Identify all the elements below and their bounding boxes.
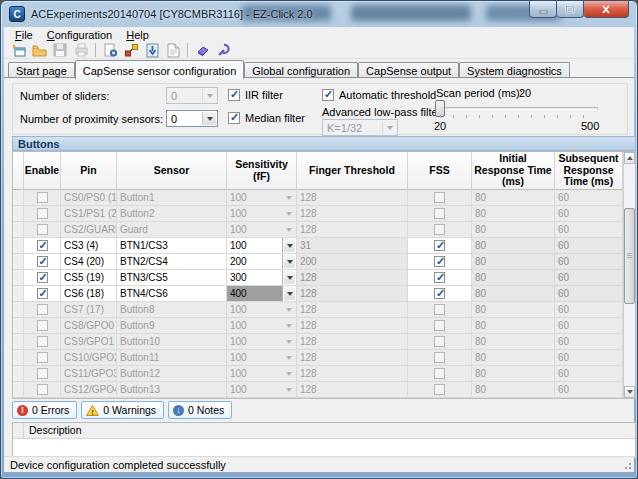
fss-checkbox[interactable] xyxy=(434,224,445,235)
enable-cell[interactable] xyxy=(24,366,61,382)
fss-checkbox[interactable] xyxy=(434,336,445,347)
advanced-low-pass-filter-select[interactable]: K=1/32 xyxy=(322,119,398,136)
sensor-cell[interactable]: Button1 xyxy=(117,190,227,206)
enable-checkbox[interactable] xyxy=(37,320,48,331)
column-header-initial-response-time[interactable]: Initial Response Time (ms) xyxy=(472,152,555,190)
column-header-fss[interactable]: FSS xyxy=(408,152,472,190)
enable-checkbox[interactable] xyxy=(37,208,48,219)
toolbar-open-project-button[interactable] xyxy=(30,42,48,59)
enable-cell[interactable] xyxy=(24,222,61,238)
enable-cell[interactable] xyxy=(24,190,61,206)
toolbar-device-configuration-button[interactable] xyxy=(101,42,119,59)
fss-cell[interactable] xyxy=(408,334,472,350)
chevron-down-icon[interactable] xyxy=(282,318,296,333)
row-gutter[interactable] xyxy=(13,254,24,270)
column-header-finger-threshold[interactable]: Finger Threshold xyxy=(297,152,408,190)
fss-cell[interactable] xyxy=(408,350,472,366)
sensor-cell[interactable]: BTN2/CS4 xyxy=(117,254,227,270)
sensor-cell[interactable]: BTN4/CS6 xyxy=(117,286,227,302)
column-header-pin[interactable]: Pin xyxy=(61,152,117,190)
fss-checkbox[interactable] xyxy=(434,368,445,379)
fss-cell[interactable] xyxy=(408,254,472,270)
sensitivity-cell[interactable]: 100 xyxy=(227,350,297,366)
row-gutter[interactable] xyxy=(13,190,24,206)
menu-item[interactable]: Configuration xyxy=(40,28,119,42)
fss-checkbox[interactable] xyxy=(434,352,445,363)
fss-checkbox[interactable] xyxy=(434,272,445,283)
column-header-subsequent-response-time[interactable]: Subsequent Response Time (ms) xyxy=(555,152,623,190)
notes-filter-button[interactable]: ↓ 0 Notes xyxy=(168,401,232,419)
row-gutter[interactable] xyxy=(13,366,24,382)
toolbar-save-project-button[interactable] xyxy=(51,42,69,59)
fss-cell[interactable] xyxy=(408,270,472,286)
row-gutter[interactable] xyxy=(13,238,24,254)
enable-checkbox[interactable] xyxy=(37,272,48,283)
chevron-down-icon[interactable] xyxy=(282,350,296,365)
warnings-filter-button[interactable]: ! 0 Warnings xyxy=(81,401,164,419)
row-gutter[interactable] xyxy=(13,334,24,350)
chevron-down-icon[interactable] xyxy=(282,190,296,205)
chevron-down-icon[interactable] xyxy=(282,270,296,285)
chevron-down-icon[interactable] xyxy=(282,382,296,397)
enable-cell[interactable] xyxy=(24,382,61,398)
column-header-sensor[interactable]: Sensor xyxy=(117,152,227,190)
chevron-down-icon[interactable] xyxy=(282,206,296,221)
minimize-button[interactable] xyxy=(529,1,557,18)
enable-checkbox[interactable] xyxy=(37,384,48,395)
enable-checkbox[interactable] xyxy=(37,304,48,315)
number-of-sliders-select[interactable]: 0 xyxy=(166,87,218,104)
sensitivity-cell[interactable]: 100 xyxy=(227,366,297,382)
toolbar-tools-button[interactable] xyxy=(214,42,232,59)
column-header-sensitivity[interactable]: Sensitivity (fF) xyxy=(227,152,297,190)
sensitivity-cell[interactable]: 100 xyxy=(227,334,297,350)
chevron-down-icon[interactable] xyxy=(282,366,296,381)
sensitivity-cell[interactable]: 100 xyxy=(227,382,297,398)
menu-item[interactable]: Help xyxy=(119,28,156,42)
iir-filter-checkbox[interactable]: IIR filter xyxy=(228,89,283,101)
chevron-down-icon[interactable] xyxy=(282,302,296,317)
row-gutter[interactable] xyxy=(13,222,24,238)
row-gutter[interactable] xyxy=(13,302,24,318)
tab[interactable]: Start page xyxy=(8,62,75,78)
toolbar-import-configuration-button[interactable] xyxy=(143,42,161,59)
sensitivity-cell[interactable]: 100 xyxy=(227,222,297,238)
fss-cell[interactable] xyxy=(408,190,472,206)
fss-checkbox[interactable] xyxy=(434,384,445,395)
enable-cell[interactable] xyxy=(24,334,61,350)
row-gutter[interactable] xyxy=(13,382,24,398)
fss-cell[interactable] xyxy=(408,318,472,334)
fss-cell[interactable] xyxy=(408,238,472,254)
row-gutter[interactable] xyxy=(13,318,24,334)
maximize-button[interactable] xyxy=(557,1,584,18)
scrollbar-thumb[interactable] xyxy=(624,208,635,304)
tab[interactable]: System diagnostics xyxy=(459,62,570,78)
errors-filter-button[interactable]: ! 0 Errors xyxy=(12,401,77,419)
sensor-cell[interactable]: BTN1/CS3 xyxy=(117,238,227,254)
sensitivity-cell[interactable]: 200 xyxy=(227,254,297,270)
fss-checkbox[interactable] xyxy=(434,192,445,203)
scroll-down-button[interactable] xyxy=(624,386,635,398)
chevron-down-icon[interactable] xyxy=(282,238,296,253)
fss-checkbox[interactable] xyxy=(434,240,445,251)
fss-cell[interactable] xyxy=(408,382,472,398)
toolbar-link-project-button[interactable] xyxy=(122,42,140,59)
chevron-down-icon[interactable] xyxy=(282,286,296,301)
fss-checkbox[interactable] xyxy=(434,304,445,315)
enable-cell[interactable] xyxy=(24,350,61,366)
sensor-cell[interactable]: Button13 xyxy=(117,382,227,398)
fss-cell[interactable] xyxy=(408,286,472,302)
row-gutter[interactable] xyxy=(13,286,24,302)
enable-cell[interactable] xyxy=(24,238,61,254)
sensitivity-cell[interactable]: 400 xyxy=(227,286,297,302)
fss-checkbox[interactable] xyxy=(434,208,445,219)
resize-grip[interactable] xyxy=(622,460,632,470)
sensor-cell[interactable]: Button10 xyxy=(117,334,227,350)
sensitivity-cell[interactable]: 300 xyxy=(227,270,297,286)
enable-cell[interactable] xyxy=(24,286,61,302)
toolbar-report-button[interactable] xyxy=(164,42,182,59)
enable-cell[interactable] xyxy=(24,302,61,318)
sensitivity-cell[interactable]: 100 xyxy=(227,318,297,334)
median-filter-checkbox[interactable]: Median filter xyxy=(228,112,305,124)
enable-cell[interactable] xyxy=(24,206,61,222)
close-button[interactable] xyxy=(584,1,629,18)
